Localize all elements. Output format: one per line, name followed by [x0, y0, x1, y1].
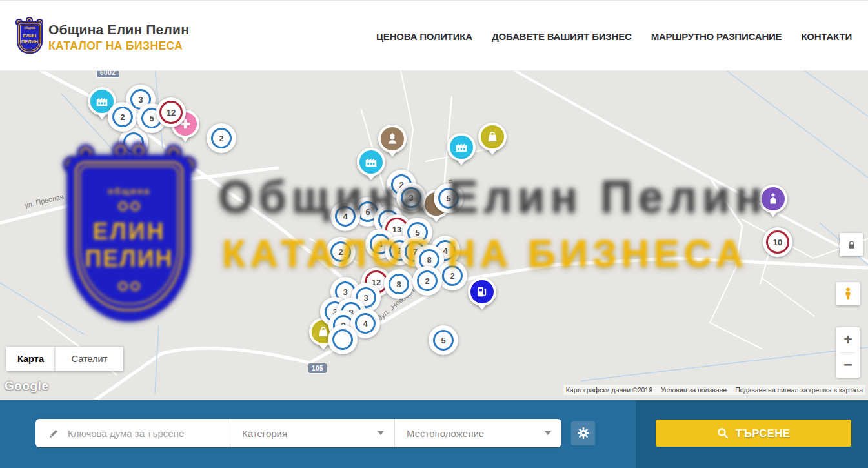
street-view-pegman[interactable] [836, 282, 860, 305]
location-label: Местоположение [407, 428, 484, 439]
site-title: Община Елин Пелин [48, 22, 189, 37]
poi-marker-church[interactable] [759, 185, 787, 219]
search-pill: Категория Местоположение [35, 419, 561, 447]
advanced-settings-button[interactable] [571, 421, 595, 445]
satellite-type-button[interactable]: Сателит [55, 347, 123, 371]
pencil-icon [48, 428, 59, 439]
keyword-section [35, 419, 230, 447]
cluster-marker[interactable] [119, 128, 148, 158]
cluster-marker[interactable]: 2 [412, 266, 442, 296]
cluster-marker[interactable]: 4 [330, 201, 360, 231]
cluster-marker[interactable]: 12 [156, 97, 186, 127]
zoom-in-button[interactable]: + [836, 327, 860, 352]
poi-marker-factory[interactable] [357, 148, 385, 183]
poi-marker-fuel[interactable] [468, 278, 496, 312]
search-bar: Категория Местоположение [0, 400, 868, 468]
nav-add-business[interactable]: ДОБАВЕТЕ ВАШИЯТ БИЗНЕС [492, 31, 632, 42]
cluster-marker[interactable]: 2 [438, 261, 467, 290]
cluster-marker[interactable]: 5 [429, 325, 458, 355]
map-type-control: Карта Сателит [6, 347, 123, 371]
attribution-copyright: Картографски данни ©2019 [566, 386, 652, 394]
main-nav: ЦЕНОВА ПОЛИТИКА ДОБАВЕТЕ ВАШИЯТ БИЗНЕС М… [376, 1, 852, 72]
chevron-down-icon [545, 431, 551, 435]
lock-icon-button[interactable] [840, 233, 863, 256]
poi-marker-factory[interactable] [447, 133, 476, 168]
poi-marker-bag[interactable] [478, 123, 507, 158]
municipality-logo: община ЕЛИН ПЕЛИН [15, 19, 44, 55]
pegman-icon [841, 287, 855, 301]
cluster-marker[interactable] [328, 325, 358, 354]
map-canvas[interactable]: 6002105 ул. Преславбул. „Новоселци" 3251… [0, 71, 868, 400]
road-badge: 6002 [97, 71, 119, 77]
chevron-down-icon [378, 431, 384, 435]
logo-line2: ПЕЛИН [15, 39, 44, 45]
site-subtitle: КАТАЛОГ НА БИЗНЕСА [48, 39, 189, 53]
report-error-link[interactable]: Подаване на сигнал за грешка в картата [735, 386, 863, 394]
search-button[interactable]: ТЪРСЕНЕ [656, 420, 851, 447]
location-select[interactable]: Местоположение [395, 419, 561, 447]
lock-icon [846, 239, 857, 250]
cluster-marker[interactable]: 2 [326, 237, 356, 267]
cluster-marker[interactable]: 8 [384, 269, 414, 299]
search-button-label: ТЪРСЕНЕ [736, 427, 790, 440]
category-select[interactable]: Категория [230, 419, 395, 447]
zoom-out-button[interactable]: − [836, 353, 860, 378]
cluster-marker[interactable]: 5 [434, 183, 463, 213]
header: община ЕЛИН ПЕЛИН Община Елин Пелин КАТА… [0, 0, 868, 71]
keyword-search-input[interactable] [68, 428, 216, 439]
logo-line1: ЕЛИН [15, 33, 44, 39]
search-icon [717, 427, 729, 439]
logo-top-text: община [15, 26, 44, 30]
road-badge: 105 [308, 363, 327, 373]
nav-pricing-policy[interactable]: ЦЕНОВА ПОЛИТИКА [376, 31, 472, 42]
category-label: Категория [242, 428, 287, 439]
map-attribution: Картографски данни ©2019 Условия за полз… [563, 385, 865, 395]
map-type-button[interactable]: Карта [6, 347, 55, 371]
nav-contacts[interactable]: КОНТАКТИ [801, 31, 852, 42]
cluster-marker[interactable]: 2 [207, 123, 236, 153]
terms-link[interactable]: Условия за ползване [661, 386, 727, 394]
cluster-marker[interactable]: 2 [108, 102, 137, 132]
cluster-marker[interactable]: 3 [396, 183, 426, 212]
nav-route-schedule[interactable]: МАРШРУТНО РАЗПИСАНИЕ [651, 31, 782, 42]
google-logo[interactable]: Google [5, 379, 48, 393]
cluster-marker[interactable]: 10 [763, 227, 792, 257]
search-submit-panel: ТЪРСЕНЕ [636, 400, 868, 468]
gear-icon [577, 427, 590, 440]
zoom-control: + − [836, 327, 860, 378]
